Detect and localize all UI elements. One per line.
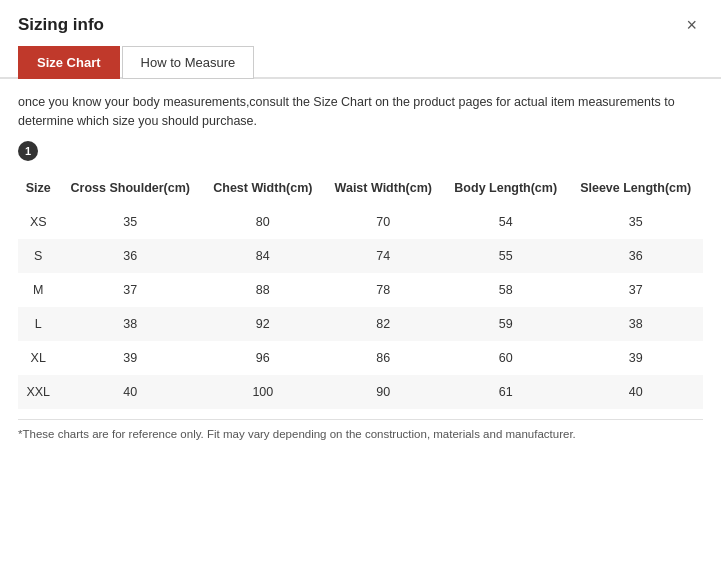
table-row: M3788785837	[18, 273, 703, 307]
table-cell: M	[18, 273, 58, 307]
table-cell: XXL	[18, 375, 58, 409]
description-text: once you know your body measurements,con…	[18, 93, 703, 131]
table-cell: 100	[202, 375, 323, 409]
table-header-row: SizeCross Shoulder(cm)Chest Width(cm)Wai…	[18, 171, 703, 205]
table-cell: 88	[202, 273, 323, 307]
table-header: Cross Shoulder(cm)	[58, 171, 202, 205]
table-row: S3684745536	[18, 239, 703, 273]
table-cell: 38	[58, 307, 202, 341]
table-row: XXL40100906140	[18, 375, 703, 409]
table-row: XL3996866039	[18, 341, 703, 375]
table-cell: 70	[324, 205, 443, 239]
table-header: Size	[18, 171, 58, 205]
table-row: L3892825938	[18, 307, 703, 341]
table-header: Waist Width(cm)	[324, 171, 443, 205]
table-row: XS3580705435	[18, 205, 703, 239]
table-cell: 35	[58, 205, 202, 239]
table-cell: 38	[568, 307, 703, 341]
table-cell: 36	[58, 239, 202, 273]
tab-content: once you know your body measurements,con…	[0, 79, 721, 450]
table-cell: 55	[443, 239, 568, 273]
table-cell: 54	[443, 205, 568, 239]
table-cell: XL	[18, 341, 58, 375]
table-cell: 58	[443, 273, 568, 307]
table-cell: 39	[568, 341, 703, 375]
close-button[interactable]: ×	[680, 14, 703, 36]
table-cell: 86	[324, 341, 443, 375]
table-cell: 59	[443, 307, 568, 341]
table-cell: 90	[324, 375, 443, 409]
table-cell: S	[18, 239, 58, 273]
footnote-text: *These charts are for reference only. Fi…	[18, 419, 703, 440]
modal-header: Sizing info ×	[0, 0, 721, 46]
step-badge: 1	[18, 141, 38, 161]
table-cell: 61	[443, 375, 568, 409]
table-cell: XS	[18, 205, 58, 239]
table-cell: 74	[324, 239, 443, 273]
tab-size-chart[interactable]: Size Chart	[18, 46, 120, 79]
table-cell: 40	[568, 375, 703, 409]
table-cell: 37	[568, 273, 703, 307]
table-cell: 78	[324, 273, 443, 307]
table-cell: 92	[202, 307, 323, 341]
table-cell: L	[18, 307, 58, 341]
table-cell: 60	[443, 341, 568, 375]
table-header: Chest Width(cm)	[202, 171, 323, 205]
sizing-modal: Sizing info × Size Chart How to Measure …	[0, 0, 721, 587]
modal-title: Sizing info	[18, 15, 104, 35]
table-cell: 82	[324, 307, 443, 341]
table-cell: 37	[58, 273, 202, 307]
tab-bar: Size Chart How to Measure	[0, 46, 721, 79]
table-cell: 40	[58, 375, 202, 409]
table-cell: 36	[568, 239, 703, 273]
table-cell: 35	[568, 205, 703, 239]
table-header: Body Length(cm)	[443, 171, 568, 205]
table-header: Sleeve Length(cm)	[568, 171, 703, 205]
table-cell: 84	[202, 239, 323, 273]
table-cell: 39	[58, 341, 202, 375]
table-cell: 96	[202, 341, 323, 375]
table-cell: 80	[202, 205, 323, 239]
size-table: SizeCross Shoulder(cm)Chest Width(cm)Wai…	[18, 171, 703, 409]
tab-how-to-measure[interactable]: How to Measure	[122, 46, 255, 79]
